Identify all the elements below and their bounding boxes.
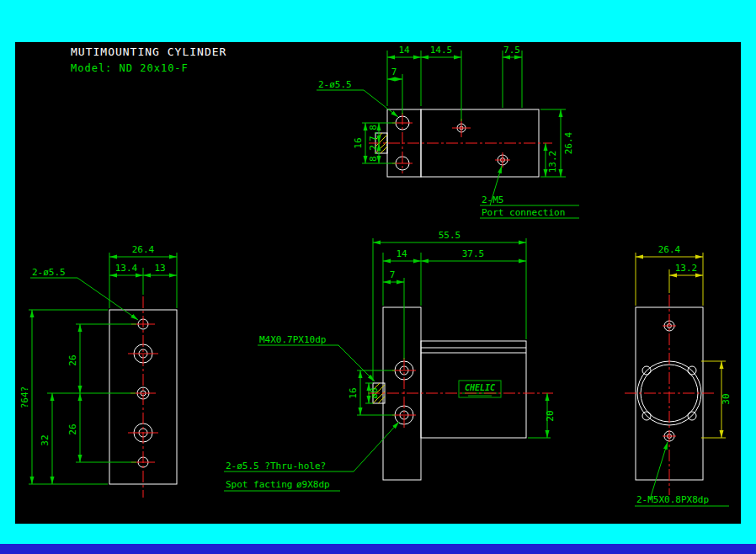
port-callout-line2: Port connection (482, 207, 565, 218)
dim-30: 30 (721, 393, 732, 404)
dim-7-front: 7 (390, 269, 396, 280)
spot-facing-size: ø9X8dp (296, 479, 330, 490)
dim-37-5: 37.5 (462, 248, 485, 259)
cad-drawing: MUTIMOUNTING CYLINDER Model: ND 20x10-F (0, 0, 756, 554)
dim-14-front: 14 (396, 248, 407, 259)
dim-7: 7 (391, 67, 397, 77)
dim-16: 16 (353, 137, 364, 148)
drawing-model: Model: ND 20x10-F (71, 62, 189, 74)
dim-o8: ø8 (369, 387, 380, 398)
dim-26-upper: 26 (67, 354, 78, 365)
spot-facing-callout: Spot facting (226, 479, 292, 490)
right-hole-callout: 2-M5X0.8PX8dp (636, 494, 709, 505)
dim-7-8: 7.8 (368, 125, 379, 141)
dim-13: 13 (154, 263, 165, 274)
dim-13-2: 13.2 (547, 151, 558, 173)
dim-26-4: 26.4 (563, 131, 574, 154)
left-hole-callout: 2-ø5.5 (32, 267, 66, 278)
dim-64: ?64? (19, 386, 30, 409)
dim-26-lower: 26 (67, 423, 78, 434)
dim-26-4-right: 26.4 (658, 244, 681, 255)
dim-8-2: 8.2 (368, 145, 379, 162)
dim-20: 20 (545, 410, 556, 421)
drawing-title: MUTIMOUNTING CYLINDER (71, 45, 226, 58)
dim-13-2-right: 13.2 (675, 263, 698, 274)
dim-16-front: 16 (348, 387, 359, 398)
drawing-canvas (15, 42, 741, 524)
dim-14: 14 (398, 45, 410, 56)
dim-26-4-left: 26.4 (132, 244, 155, 255)
dim-7-5: 7.5 (503, 45, 520, 56)
thru-hole-callout: 2-ø5.5 ?Thru-hole? (226, 461, 326, 471)
dim-14-5: 14.5 (430, 45, 453, 56)
dim-32: 32 (40, 434, 51, 445)
dim-13-4: 13.4 (115, 263, 138, 274)
brand-logo-text: CHELIC (465, 383, 495, 392)
dim-55-5: 55.5 (439, 230, 461, 241)
thread-callout: M4X0.7PX10dp (259, 334, 326, 345)
top-hole-callout: 2-ø5.5 (318, 79, 352, 90)
bottom-blue-bar (0, 544, 756, 554)
